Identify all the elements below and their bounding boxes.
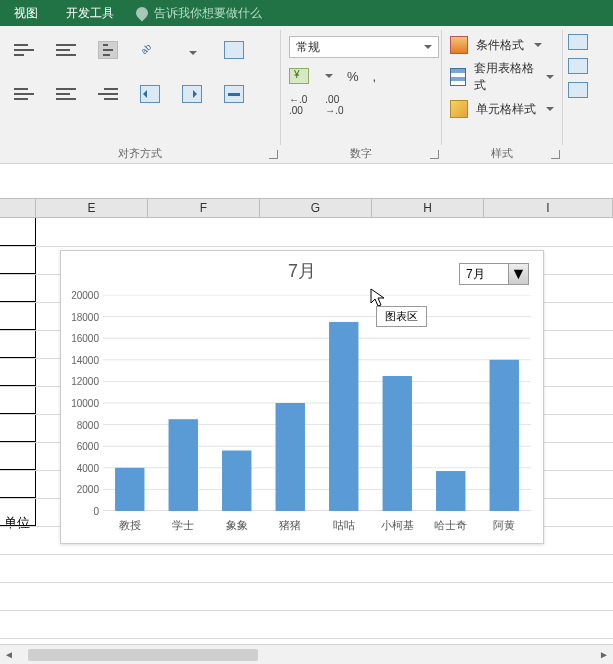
number-format-dropdown[interactable]: 常规 [289,36,439,58]
cell-styles-button[interactable]: 单元格样式 [450,100,554,118]
tab-developer[interactable]: 开发工具 [52,0,128,26]
align-top-icon[interactable] [14,41,34,59]
cell-styles-icon [450,100,468,118]
column-header[interactable]: G [260,199,372,217]
decrease-decimal-button[interactable]: .00→.0 [325,94,343,116]
number-format-value: 常规 [296,39,320,56]
column-header[interactable]: F [148,199,260,217]
tell-me-search[interactable]: 告诉我你想要做什么 [136,5,262,22]
group-label-styles: 样式 [450,142,554,163]
format-as-table-label: 套用表格格式 [474,60,536,94]
dropdown-button[interactable]: ▼ [508,264,528,284]
align-bottom-icon[interactable] [98,41,118,59]
unit-cell: 单位 [4,514,30,532]
column-header[interactable]: H [372,199,484,217]
decrease-indent-icon[interactable] [140,85,160,103]
align-middle-icon[interactable] [56,41,76,59]
column-header[interactable] [0,199,36,217]
format-as-table-icon [450,68,466,86]
month-dropdown[interactable]: 7月 ▼ [459,263,529,285]
x-category-label: 哈士奇 [434,518,467,533]
x-category-label: 猪猪 [279,518,301,533]
increase-decimal-button[interactable]: ←.0.00 [289,94,307,116]
conditional-formatting-label: 条件格式 [476,37,524,54]
chart-bar[interactable] [383,376,412,511]
insert-cells-icon[interactable] [568,34,588,50]
column-header[interactable]: I [484,199,613,217]
tell-me-label: 告诉我你想要做什么 [154,5,262,22]
scroll-left-button[interactable]: ◄ [0,646,18,664]
increase-indent-icon[interactable] [182,85,202,103]
x-category-label: 教授 [119,518,141,533]
currency-icon[interactable] [289,68,309,84]
chart-tooltip: 图表区 [376,306,427,327]
chart-bar[interactable] [329,322,358,511]
x-category-label: 咕咕 [333,518,355,533]
lightbulb-icon [134,5,151,22]
comma-button[interactable]: , [373,69,377,84]
align-left-icon[interactable] [14,85,34,103]
orientation-dropdown[interactable] [187,41,197,59]
x-category-label: 阿黄 [493,518,515,533]
x-category-label: 小柯基 [381,518,414,533]
tab-view[interactable]: 视图 [0,0,52,26]
chart-bar[interactable] [222,451,251,511]
format-as-table-button[interactable]: 套用表格格式 [450,60,554,94]
cell-styles-label: 单元格样式 [476,101,536,118]
chart-bar[interactable] [115,468,144,511]
chart-bar[interactable] [169,419,198,511]
chevron-down-icon [424,45,432,49]
orientation-icon[interactable] [141,41,159,59]
percent-button[interactable]: % [347,69,359,84]
merge-center-icon[interactable] [224,85,244,103]
chart-plot[interactable] [103,295,531,511]
x-category-label: 象象 [226,518,248,533]
format-cells-icon[interactable] [568,82,588,98]
chart-bar[interactable] [490,360,519,511]
delete-cells-icon[interactable] [568,58,588,74]
x-category-label: 学士 [172,518,194,533]
group-label-alignment: 对齐方式 [8,142,272,163]
column-header[interactable]: E [36,199,148,217]
wrap-text-icon[interactable] [224,41,244,59]
scroll-thumb[interactable] [28,649,258,661]
align-right-icon[interactable] [98,85,118,103]
horizontal-scrollbar[interactable]: ◄ ► [0,644,613,664]
currency-dropdown[interactable] [325,74,333,78]
month-dropdown-value: 7月 [460,264,508,284]
chart-area[interactable]: 7月 7月 ▼ 02000400060008000100001200014000… [60,250,544,544]
group-label-number: 数字 [289,142,433,163]
conditional-formatting-icon [450,36,468,54]
chart-bar[interactable] [276,403,305,511]
align-center-icon[interactable] [56,85,76,103]
conditional-formatting-button[interactable]: 条件格式 [450,36,554,54]
chart-bar[interactable] [436,471,465,511]
scroll-right-button[interactable]: ► [595,646,613,664]
